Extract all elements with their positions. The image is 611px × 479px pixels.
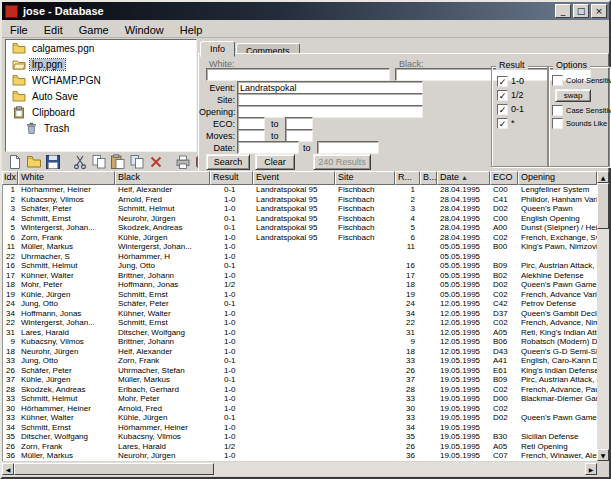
column-header-event[interactable]: Event [253,171,335,185]
table-row[interactable]: 18Mohr, PeterHoffmann, Jonas1/21805.05.1… [3,280,597,290]
maximize-button[interactable]: □ [573,4,589,18]
result-checkbox-0-1[interactable]: ✓0-1 [492,102,547,116]
column-header-r[interactable]: R... [395,171,420,185]
table-cell: 5 [3,223,19,233]
table-row[interactable]: 35Ditscher, WolfgangKubacsny, Vilmos1-03… [3,432,597,442]
table-row[interactable]: 36Müller, MarkusNeurohr, Jürgen1-03619.0… [3,451,597,461]
table-row[interactable]: 37Kühle, JürgenMüller, Markus0-13719.05.… [3,375,597,385]
swap-button[interactable]: swap [555,89,591,102]
table-cell [336,261,396,271]
tree-item-label: calgames.pgn [30,43,96,54]
search-button[interactable]: Search [206,154,250,170]
menu-game[interactable]: Game [71,22,117,36]
column-header-result[interactable]: Result [210,171,253,185]
table-row[interactable]: 30Hörhammer, HeinerArnold, Fred1-03019.0… [3,404,597,414]
new-icon[interactable] [6,152,24,171]
horizontal-scrollbar-thumb[interactable] [14,463,214,475]
paste-icon[interactable] [109,152,127,171]
table-row[interactable]: 5Wintergerst, Johan...Skodzek, Andreas0-… [3,223,597,233]
tree-item-wchamp-pgn[interactable]: WCHAMP.PGN [6,72,196,88]
scroll-down-button[interactable]: ▼ [597,449,609,461]
date-to-input[interactable] [317,141,379,154]
result-checkbox-1-0[interactable]: ✓1-0 [492,74,547,88]
delete-icon[interactable] [147,152,165,171]
table-vertical-scrollbar[interactable]: ▲ ▼ [597,171,609,461]
column-header-site[interactable]: Site [335,171,395,185]
tree-item-clipboard[interactable]: Clipboard [6,104,196,120]
close-button[interactable]: × [591,4,607,18]
option-checkbox-color-sensitive[interactable]: Color Sensitive [549,74,609,87]
table-row[interactable]: 16Schmitt, HelmutJung, Otto0-11605.05.19… [3,261,597,271]
menu-help[interactable]: Help [172,22,211,36]
tree-item-auto-save[interactable]: Auto Save [6,88,196,104]
result-checkbox-item[interactable]: ✓* [492,116,547,130]
table-row[interactable]: 26Zorn, FrankLares, Harald1/22619.05.199… [3,442,597,452]
print-icon[interactable] [174,152,192,171]
horizontal-scrollbar-track[interactable] [14,462,585,476]
table-row[interactable]: 4Schmitt, ErnstNeurohr, Jürgen0-1Landrat… [3,214,597,224]
date-from-input[interactable] [237,141,299,154]
table-row[interactable]: 18Neurohr, JürgenHelf, Alexander1-01812.… [3,347,597,357]
table-cell [421,432,438,442]
table-cell: Schäfer, Peter [19,204,116,214]
table-row[interactable]: 6Zorn, FrankKühle, Jürgen1-0Landratspoka… [3,233,597,243]
table-horizontal-scrollbar[interactable]: ◀ ▶ [2,462,597,476]
column-header-idx[interactable]: Idx [2,171,18,185]
option-checkbox-case-sensitive[interactable]: Case Sensitive [549,104,609,117]
table-row[interactable]: 9Kubacsny, VilmosBrittner, Johann1-0912.… [3,337,597,347]
vertical-scrollbar-track[interactable] [597,183,609,449]
table-cell: Wintergerst, Johan... [19,223,116,233]
table-row[interactable]: 22Wintergerst, Johan...Schmitt, Ernst1-0… [3,318,597,328]
table-row[interactable]: 19Kühle, JürgenSchmitt, Ernst1-01905.05.… [3,290,597,300]
column-header-date[interactable]: Date▲ [437,171,490,185]
cut-icon[interactable] [71,152,89,171]
table-row[interactable]: 33Jung, OttoZorn, Frank0-13319.05.1995A4… [3,356,597,366]
column-header-white[interactable]: White [18,171,115,185]
white-input[interactable] [206,68,390,81]
table-row[interactable]: 33Schmitt, HelmutMohr, Peter1-03319.05.1… [3,394,597,404]
tree-item-calgames-pgn[interactable]: calgames.pgn [6,40,196,56]
table-row[interactable]: 22Uhrmacher, SHörhammer, H1-005.05.1995 [3,252,597,262]
column-header-eco[interactable]: ECO [490,171,518,185]
save-icon[interactable] [44,152,62,171]
table-row[interactable]: 31Lares, HaraldDitscher, Wolfgang1-03112… [3,328,597,338]
table-row[interactable]: 26Schäfer, PeterUhrmacher, Stefan1-02619… [3,366,597,376]
table-row[interactable]: 2Kubacsny, VilmosArnold, Fred1-0Landrats… [3,195,597,205]
table-row[interactable]: 1Hörhammer, HeinerHelf, Alexander0-1Land… [3,185,597,195]
minimize-button[interactable]: _ [555,4,571,18]
clear-button[interactable]: Clear [255,154,295,170]
table-cell [254,394,336,404]
table-row[interactable]: 34Schmitt, ErnstHörhammer, Heiner1-03419… [3,423,597,433]
table-row[interactable]: 34Hoffmann, JonasKühner, Walter1-03412.0… [3,309,597,319]
table-row[interactable]: 17Kühner, WalterBrittner, Johann1-01705.… [3,271,597,281]
menu-edit[interactable]: Edit [36,22,71,36]
table-row[interactable]: 3Schäfer, PeterSchmitt, Helmut1-0Landrat… [3,204,597,214]
table-cell: A05 [491,328,519,338]
tree-item-trash[interactable]: Trash [6,120,196,136]
table-row[interactable]: 33Kühner, WalterKühle, Jürgen0-13319.05.… [3,413,597,423]
open-icon[interactable] [25,152,43,171]
menu-window[interactable]: Window [117,22,172,36]
scroll-left-button[interactable]: ◀ [2,463,14,475]
duplicate-icon[interactable] [128,152,146,171]
option-checkbox-sounds-like[interactable]: Sounds Like [549,117,609,130]
table-row[interactable]: 28Skodzek, AndreasErlbach, Gerhard1-0281… [3,385,597,395]
table-cell [254,252,336,262]
vertical-scrollbar-thumb[interactable] [597,183,609,229]
table-cell [254,337,336,347]
column-header-b[interactable]: B... [420,171,437,185]
column-header-black[interactable]: Black [115,171,210,185]
column-header-opening[interactable]: Opening [518,171,597,185]
scroll-up-button[interactable]: ▲ [597,171,609,183]
menu-file[interactable]: File [2,22,36,36]
table-cell: 12.05.1995 [438,318,491,328]
scroll-right-button[interactable]: ▶ [585,463,597,475]
table-row[interactable]: 11Müller, MarkusWintergerst, Johan...1-0… [3,242,597,252]
table-row[interactable]: 24Jung, OttoSchäfer, Peter0-12412.05.199… [3,299,597,309]
result-checkbox-1-2[interactable]: ✓1/2 [492,88,547,102]
table-cell: Schäfer, Peter [19,366,116,376]
copy-icon[interactable] [90,152,108,171]
table-cell: 11 [3,242,19,252]
tab-info[interactable]: Info [200,41,235,57]
tree-item-lrp-pgn[interactable]: lrp.pgn [6,56,196,72]
